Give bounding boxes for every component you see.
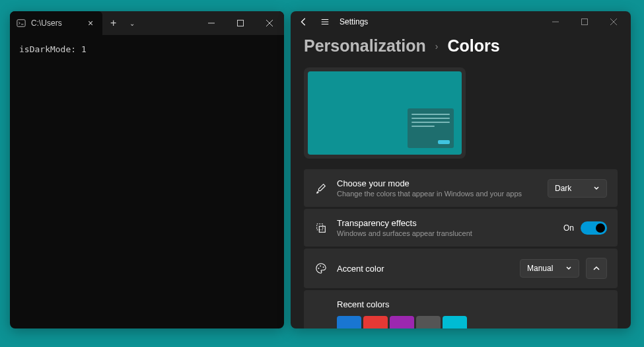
accent-expand-button[interactable]: [586, 258, 607, 279]
color-swatch-1[interactable]: [363, 316, 388, 328]
accent-color-row: Accent color Manual: [304, 249, 618, 288]
breadcrumb: Personalization › Colors: [304, 36, 618, 56]
recent-colors-row: [337, 316, 607, 328]
mode-dropdown[interactable]: Dark: [548, 179, 607, 198]
back-button[interactable]: [293, 11, 314, 32]
accent-color-text: Accent color: [337, 264, 511, 274]
accent-dropdown-value: Manual: [527, 264, 553, 273]
mode-dropdown-value: Dark: [555, 184, 571, 193]
svg-point-15: [320, 266, 321, 267]
tab-dropdown-button[interactable]: ⌄: [124, 20, 140, 27]
maximize-button[interactable]: [570, 11, 599, 32]
settings-titlebar: Settings: [291, 11, 631, 32]
chevron-up-icon: [592, 264, 600, 272]
choose-mode-row: Choose your mode Change the colors that …: [304, 169, 618, 207]
svg-rect-13: [319, 226, 325, 232]
minimize-button[interactable]: [197, 11, 226, 35]
choose-mode-text: Choose your mode Change the colors that …: [337, 178, 538, 198]
accent-color-title: Accent color: [337, 264, 511, 274]
preview-desktop: [308, 71, 462, 155]
close-button[interactable]: [255, 11, 284, 35]
svg-rect-9: [582, 19, 588, 25]
close-button[interactable]: [599, 11, 628, 32]
color-swatch-2[interactable]: [390, 316, 414, 328]
terminal-titlebar: C:\Users × + ⌄: [10, 11, 284, 35]
choose-mode-title: Choose your mode: [337, 178, 538, 188]
color-swatch-3[interactable]: [416, 316, 441, 328]
color-swatch-4[interactable]: [443, 316, 467, 328]
transparency-toggle[interactable]: [581, 221, 607, 235]
settings-app-title: Settings: [340, 17, 368, 26]
color-swatch-0[interactable]: [337, 316, 361, 328]
settings-window-controls: [541, 11, 628, 32]
breadcrumb-current: Colors: [447, 36, 499, 56]
settings-window: Settings Personalization › Colors: [291, 11, 631, 328]
transparency-icon: [314, 221, 328, 235]
chevron-right-icon: ›: [435, 41, 439, 52]
terminal-tab-title: C:\Users: [31, 19, 80, 28]
transparency-row: Transparency effects Windows and surface…: [304, 209, 618, 247]
brush-icon: [314, 182, 328, 195]
transparency-state-label: On: [563, 223, 574, 233]
choose-mode-subtitle: Change the colors that appear in Windows…: [337, 190, 538, 198]
palette-icon: [314, 262, 328, 275]
svg-point-16: [323, 266, 324, 268]
terminal-window: C:\Users × + ⌄ isDarkMode: 1: [10, 11, 284, 328]
settings-body: Personalization › Colors Choose your mod…: [291, 32, 631, 328]
recent-colors-title: Recent colors: [337, 299, 607, 309]
hamburger-menu-button[interactable]: [314, 11, 336, 32]
svg-point-14: [318, 268, 320, 269]
svg-rect-12: [317, 223, 323, 229]
minimize-button[interactable]: [541, 11, 570, 32]
transparency-text: Transparency effects Windows and surface…: [337, 218, 554, 237]
accent-dropdown[interactable]: Manual: [520, 259, 579, 278]
transparency-subtitle: Windows and surfaces appear translucent: [337, 229, 554, 237]
color-preview-card: [304, 67, 466, 159]
recent-colors-section: Recent colors: [304, 290, 618, 328]
new-tab-button[interactable]: +: [102, 17, 124, 29]
chevron-down-icon: [593, 185, 600, 192]
chevron-down-icon: [565, 265, 572, 272]
terminal-tab-close-button[interactable]: ×: [85, 18, 96, 28]
terminal-output[interactable]: isDarkMode: 1: [10, 35, 284, 63]
maximize-button[interactable]: [226, 11, 255, 35]
terminal-tab[interactable]: C:\Users ×: [10, 11, 102, 35]
terminal-window-controls: [197, 11, 284, 35]
breadcrumb-parent[interactable]: Personalization: [304, 36, 426, 56]
preview-window-mock: [408, 108, 454, 148]
transparency-title: Transparency effects: [337, 218, 554, 228]
svg-rect-0: [17, 20, 25, 27]
svg-rect-2: [238, 20, 244, 26]
toggle-thumb: [596, 223, 605, 233]
terminal-icon: [17, 19, 26, 28]
